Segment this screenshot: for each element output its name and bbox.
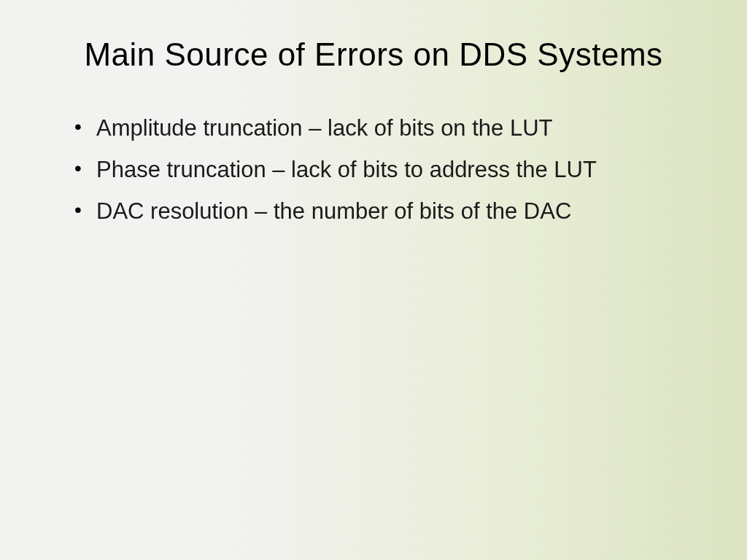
bullet-item: Phase truncation – lack of bits to addre… xyxy=(74,155,696,185)
bullet-item: Amplitude truncation – lack of bits on t… xyxy=(74,113,696,144)
slide-container: Main Source of Errors on DDS Systems Amp… xyxy=(0,0,747,560)
slide-title: Main Source of Errors on DDS Systems xyxy=(51,36,696,73)
bullet-list: Amplitude truncation – lack of bits on t… xyxy=(51,113,696,227)
bullet-item: DAC resolution – the number of bits of t… xyxy=(74,196,696,227)
